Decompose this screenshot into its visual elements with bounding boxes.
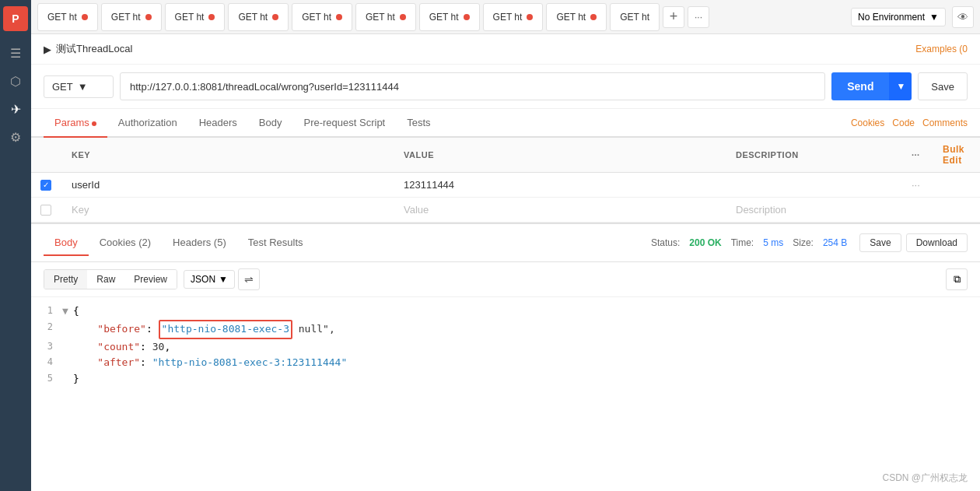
sidebar-icon-settings[interactable]: ⚙ — [3, 125, 28, 149]
line-num-3: 3 — [37, 339, 62, 354]
raw-tab[interactable]: Raw — [87, 270, 124, 289]
tab-params[interactable]: Params — [44, 109, 107, 138]
tab-8[interactable]: GET ht — [483, 3, 544, 31]
param-row-1: ✓ userId 123111444 ··· — [31, 173, 980, 198]
tab-7[interactable]: GET ht — [419, 3, 480, 31]
sidebar-brand: P — [3, 6, 28, 31]
tab-add-button[interactable]: + — [663, 6, 684, 28]
param-2-key-placeholder[interactable]: Key — [62, 198, 394, 223]
chevron-down-icon: ▼ — [929, 12, 939, 23]
th-bulk[interactable]: Bulk Edit — [933, 138, 980, 173]
param-1-description[interactable] — [726, 173, 902, 198]
param-1-actions[interactable]: ··· — [902, 173, 933, 198]
tab-10[interactable]: GET ht — [610, 3, 660, 31]
send-button[interactable]: Send — [831, 72, 889, 100]
json-key-count: "count" — [97, 341, 140, 352]
view-mode-tabs: Pretty Raw Preview — [44, 269, 177, 289]
tab-6[interactable]: GET ht — [355, 3, 416, 31]
save-button[interactable]: Save — [918, 72, 968, 100]
tab-2-label: GET ht — [111, 12, 141, 23]
response-header: Body Cookies (2) Headers (5) Test Result… — [31, 224, 980, 262]
json-null-before: null", — [292, 323, 335, 335]
code-line-1: 1 ▼ { — [31, 303, 980, 320]
th-actions: ··· — [902, 138, 933, 173]
tab-more-button[interactable]: ··· — [688, 6, 709, 28]
param-2-value-placeholder[interactable]: Value — [394, 198, 726, 223]
tab-4[interactable]: GET ht — [228, 3, 289, 31]
send-dropdown-button[interactable]: ▼ — [889, 72, 912, 100]
tab-body[interactable]: Body — [248, 109, 293, 138]
tab-1[interactable]: GET ht — [37, 3, 98, 31]
env-eye-button[interactable]: 👁 — [952, 6, 974, 28]
resp-tab-body[interactable]: Body — [44, 230, 89, 256]
body-toolbar: Pretty Raw Preview JSON ▼ ⇌ ⧉ — [31, 262, 980, 297]
json-key-before: "before" — [97, 323, 146, 335]
tab-bar: GET ht GET ht GET ht GET ht GET ht — [31, 0, 980, 34]
watermark: CSDN @广州权志龙 — [882, 472, 968, 485]
line-num-2: 2 — [37, 320, 62, 335]
code-line-2: 2 "before": "http-nio-8081-exec-3 null", — [31, 320, 980, 339]
line-content-2: "before": "http-nio-8081-exec-3 null", — [73, 320, 974, 339]
tab-5[interactable]: GET ht — [292, 3, 352, 31]
th-description: DESCRIPTION — [726, 138, 902, 173]
tab-tests[interactable]: Tests — [396, 109, 441, 138]
preview-tab[interactable]: Preview — [124, 270, 177, 289]
resp-tab-headers[interactable]: Headers (5) — [162, 230, 237, 256]
format-label: JSON — [191, 274, 215, 285]
tab-3-dot — [208, 14, 215, 20]
resp-tab-test-results[interactable]: Test Results — [237, 230, 314, 256]
code-link[interactable]: Code — [892, 117, 915, 128]
json-string-after: "http-nio-8081-exec-3:123111444" — [152, 356, 347, 368]
method-select[interactable]: GET ▼ — [44, 75, 114, 98]
method-chevron-icon: ▼ — [78, 81, 88, 93]
time-value: 5 ms — [763, 237, 783, 248]
response-download-button[interactable]: Download — [906, 233, 968, 252]
tab-authorization[interactable]: Authorization — [107, 109, 188, 138]
tab-10-label: GET ht — [620, 12, 649, 23]
param-1-key[interactable]: userId — [62, 173, 394, 198]
wrap-button[interactable]: ⇌ — [238, 268, 260, 290]
tab-3[interactable]: GET ht — [165, 3, 226, 31]
checkbox-empty-icon — [40, 205, 51, 216]
sidebar-icon-send[interactable]: ✈ — [3, 96, 28, 121]
line-num-1: 1 — [37, 303, 62, 318]
method-label: GET — [52, 81, 73, 93]
tab-prerequest[interactable]: Pre-request Script — [292, 109, 396, 138]
param-2-description-placeholder[interactable]: Description — [726, 198, 902, 223]
environment-select[interactable]: No Environment ▼ — [851, 8, 946, 26]
code-line-3: 3 "count": 30, — [31, 339, 980, 356]
copy-button[interactable]: ⧉ — [946, 268, 968, 290]
format-select[interactable]: JSON ▼ — [184, 270, 235, 289]
response-status: Status: 200 OK Time: 5 ms Size: 254 B — [651, 237, 847, 248]
tab-9[interactable]: GET ht — [546, 3, 607, 31]
sidebar: P ☰ ⬡ ✈ ⚙ — [0, 0, 31, 491]
response-save-button[interactable]: Save — [859, 233, 901, 252]
tab-4-dot — [272, 14, 278, 20]
sidebar-icon-box[interactable]: ⬡ — [3, 68, 28, 93]
line-arrow-1: ▼ — [62, 303, 73, 320]
th-checkbox — [31, 138, 62, 173]
resp-tab-cookies[interactable]: Cookies (2) — [89, 230, 162, 256]
tab-7-dot — [464, 14, 470, 20]
checkbox-checked-icon: ✓ — [40, 180, 51, 191]
examples-link[interactable]: Examples (0 — [915, 44, 968, 54]
param-1-checkbox[interactable]: ✓ — [31, 173, 62, 198]
comments-link[interactable]: Comments — [922, 117, 968, 128]
json-number-count: 30 — [152, 341, 165, 352]
copy-icon: ⧉ — [954, 273, 961, 286]
sidebar-icon-menu[interactable]: ☰ — [3, 40, 28, 65]
param-row-2: Key Value Description — [31, 198, 980, 223]
send-button-group: Send ▼ — [831, 72, 912, 100]
param-1-value[interactable]: 123111444 — [394, 173, 726, 198]
pretty-tab[interactable]: Pretty — [44, 270, 87, 289]
tab-2[interactable]: GET ht — [101, 3, 162, 31]
url-input[interactable] — [120, 72, 825, 100]
param-1-bulk — [933, 173, 980, 198]
env-label: No Environment — [858, 12, 925, 23]
param-2-checkbox[interactable] — [31, 198, 62, 223]
url-bar: GET ▼ Send ▼ Save — [31, 65, 980, 109]
size-label: Size: — [793, 237, 814, 248]
cookies-link[interactable]: Cookies — [851, 117, 884, 128]
tab-headers[interactable]: Headers — [188, 109, 248, 138]
breadcrumb: ▶ 测试ThreadLocal — [44, 42, 132, 56]
